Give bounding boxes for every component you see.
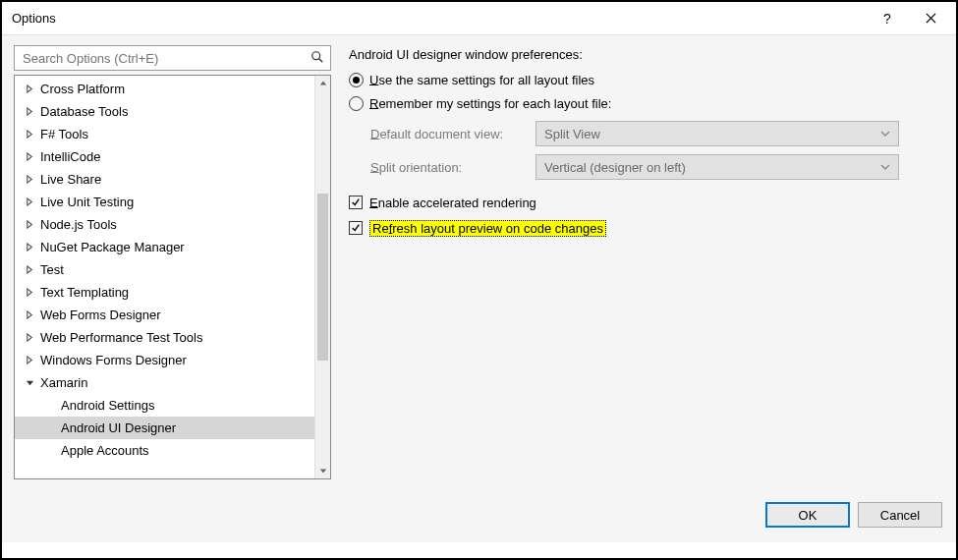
tree-label: Android UI Designer — [61, 420, 176, 435]
expand-icon[interactable] — [23, 241, 36, 254]
collapse-icon[interactable] — [23, 376, 36, 390]
ok-button[interactable]: OK — [765, 502, 850, 528]
tree-label: Xamarin — [40, 375, 87, 390]
expand-icon[interactable] — [23, 150, 36, 164]
scrollbar[interactable] — [314, 76, 330, 478]
tree-node[interactable]: Web Performance Test Tools — [15, 326, 314, 349]
window-title: Options — [12, 11, 866, 26]
search-input[interactable] — [21, 50, 310, 67]
tree-child[interactable]: Apple Accounts — [15, 439, 314, 462]
checkbox-icon-checked[interactable] — [349, 196, 363, 209]
left-panel: Cross Platform Database Tools F# Tools I… — [14, 45, 331, 479]
search-box[interactable] — [14, 45, 331, 71]
checkbox-label: Enable accelerated rendering — [369, 196, 536, 210]
right-panel: Android UI designer window preferences: … — [349, 45, 944, 479]
titlebar[interactable]: Options ? — [2, 2, 956, 35]
split-orientation-combo[interactable]: Vertical (designer on left) — [535, 154, 899, 180]
expand-icon[interactable] — [23, 83, 36, 96]
tree-node[interactable]: Database Tools — [15, 100, 314, 123]
tree-label: F# Tools — [40, 127, 88, 141]
tree-child[interactable]: Android Settings — [15, 394, 314, 417]
tree-label: Database Tools — [40, 104, 128, 119]
tree-node[interactable]: IntelliCode — [15, 145, 314, 168]
radio-use-same[interactable]: Use the same settings for all layout fil… — [349, 68, 944, 91]
radio-icon[interactable] — [349, 96, 364, 111]
tree-child-selected[interactable]: Android UI Designer — [15, 417, 314, 439]
tree-label: Text Templating — [40, 285, 129, 300]
expand-icon[interactable] — [23, 218, 36, 232]
tree-node[interactable]: Node.js Tools — [15, 213, 314, 236]
radio-label: Use the same settings for all layout fil… — [369, 73, 594, 87]
expand-icon[interactable] — [23, 354, 36, 367]
expand-icon[interactable] — [23, 128, 36, 141]
split-orientation-label: Split orientation: — [370, 160, 535, 175]
search-icon — [310, 50, 324, 67]
close-icon — [926, 13, 936, 24]
combo-value: Vertical (designer on left) — [544, 160, 686, 175]
svg-point-0 — [312, 51, 320, 59]
tree-label: Live Share — [40, 172, 101, 187]
tree-label: Windows Forms Designer — [40, 353, 187, 367]
tree-label: Web Performance Test Tools — [40, 330, 202, 345]
tree-container: Cross Platform Database Tools F# Tools I… — [14, 75, 331, 479]
dialog-body: Cross Platform Database Tools F# Tools I… — [2, 35, 956, 487]
combo-value: Split View — [544, 127, 600, 141]
checkbox-refresh[interactable]: Refresh layout preview on code changes — [349, 217, 944, 239]
expand-icon[interactable] — [23, 105, 36, 119]
tree-node[interactable]: NuGet Package Manager — [15, 236, 314, 258]
panel-heading: Android UI designer window preferences: — [349, 47, 944, 62]
radio-label: Remember my settings for each layout fil… — [369, 96, 611, 111]
tree-node[interactable]: Live Share — [15, 168, 314, 191]
tree-node[interactable]: F# Tools — [15, 123, 314, 145]
cancel-button[interactable]: Cancel — [858, 502, 942, 528]
tree-label: IntelliCode — [40, 149, 100, 164]
tree-label: Web Forms Designer — [40, 308, 161, 322]
default-view-combo[interactable]: Split View — [535, 121, 899, 146]
radio-subgrid: Default document view: Split View Split … — [370, 121, 872, 180]
tree-node[interactable]: Test — [15, 258, 314, 281]
radio-icon-selected[interactable] — [349, 73, 364, 87]
tree-label: Test — [40, 262, 64, 277]
expand-icon[interactable] — [23, 263, 36, 277]
expand-icon[interactable] — [23, 308, 36, 322]
scroll-down-icon[interactable] — [315, 463, 330, 478]
checkbox-label-highlighted: Refresh layout preview on code changes — [369, 220, 606, 237]
tree-node[interactable]: Windows Forms Designer — [15, 349, 314, 371]
expand-icon[interactable] — [23, 331, 36, 345]
tree-node[interactable]: Live Unit Testing — [15, 191, 314, 213]
tree-node[interactable]: Text Templating — [15, 281, 314, 304]
dialog-footer: OK Cancel — [2, 487, 956, 542]
checkbox-accelerated[interactable]: Enable accelerated rendering — [349, 192, 944, 213]
expand-icon[interactable] — [23, 173, 36, 187]
tree-label: Android Settings — [61, 398, 154, 413]
radio-remember[interactable]: Remember my settings for each layout fil… — [349, 91, 944, 115]
scrollbar-thumb[interactable] — [317, 194, 328, 361]
tree-label: Cross Platform — [40, 82, 125, 96]
tree-label: Node.js Tools — [40, 217, 117, 232]
chevron-down-icon — [880, 129, 890, 139]
tree-label: NuGet Package Manager — [40, 240, 185, 254]
tree-node[interactable]: Web Forms Designer — [15, 304, 314, 326]
tree-label: Apple Accounts — [61, 443, 149, 458]
default-view-label: Default document view: — [370, 127, 535, 141]
tree-node-xamarin[interactable]: Xamarin — [15, 371, 314, 394]
close-button[interactable] — [909, 4, 952, 33]
options-tree[interactable]: Cross Platform Database Tools F# Tools I… — [15, 76, 314, 478]
tree-node[interactable]: Cross Platform — [15, 78, 314, 100]
chevron-down-icon — [880, 162, 890, 172]
expand-icon[interactable] — [23, 196, 36, 209]
checkbox-icon-checked[interactable] — [349, 221, 363, 235]
scroll-up-icon[interactable] — [315, 76, 330, 91]
tree-label: Live Unit Testing — [40, 195, 134, 209]
help-button[interactable]: ? — [866, 4, 909, 33]
expand-icon[interactable] — [23, 286, 36, 300]
